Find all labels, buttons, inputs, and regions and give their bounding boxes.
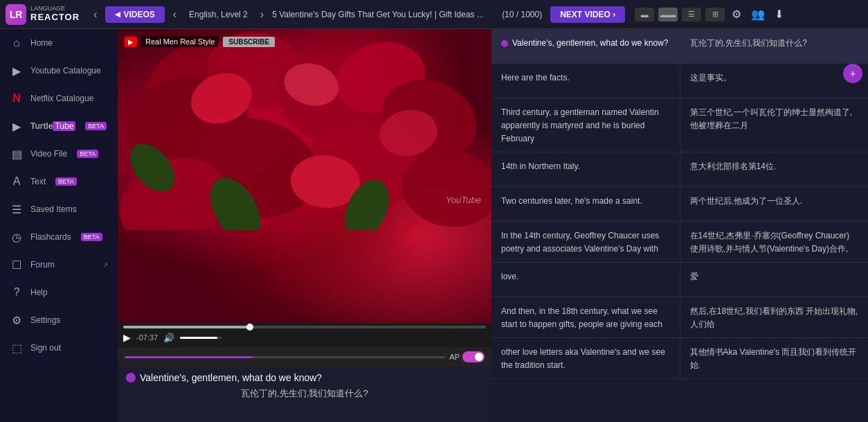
sidebar-item-turtletube[interactable]: ▶ TurtleTube BETA <box>0 112 118 140</box>
toggle-knob <box>475 353 483 361</box>
transcript-zh-text: 然后,在18世纪,我们看到的东西 开始出现礼物,人们给 <box>690 306 858 329</box>
sidebar-item-signout[interactable]: ⬚ Sign out <box>0 334 118 362</box>
transcript-zh-cell: 爱 <box>680 263 869 297</box>
settings-sidebar-icon: ⚙ <box>10 313 24 327</box>
transcript-zh-text: 意大利北部排名第14位. <box>690 161 777 171</box>
sidebar-item-flashcards[interactable]: ◷ Flashcards BETA <box>0 223 118 251</box>
community-icon[interactable]: 👥 <box>748 6 768 22</box>
sidebar-item-settings[interactable]: ⚙ Settings <box>0 306 118 334</box>
home-icon: ⌂ <box>10 36 24 50</box>
logo-reactor: REACTOR <box>30 12 80 22</box>
table-row[interactable]: And then, in the 18th century, what we s… <box>491 297 868 338</box>
view-grid-icon[interactable]: ⊞ <box>705 8 725 21</box>
saveditems-icon: ☰ <box>10 202 24 216</box>
transcript-zh-text: 瓦伦丁的,先生们,我们知道什么? <box>690 38 807 48</box>
prev-video-button[interactable]: ‹ <box>169 6 181 24</box>
sidebar-label-flashcards: Flashcards <box>30 232 71 242</box>
view-split-icon[interactable]: ▬▬ <box>658 8 678 21</box>
table-row[interactable]: Third century, a gentleman named Valenti… <box>491 98 868 152</box>
turtletube-icon: ▶ <box>10 119 24 133</box>
sidebar-label-help: Help <box>30 288 48 297</box>
sidebar-item-saveditems[interactable]: ☰ Saved Items <box>0 195 118 223</box>
sidebar-item-help[interactable]: ? Help <box>0 279 118 306</box>
sidebar-item-youtube[interactable]: ▶ Youtube Catalogue <box>0 57 118 85</box>
help-icon: ? <box>10 285 24 299</box>
transcript-zh-cell: 意大利北部排名第14位. <box>680 152 869 186</box>
next-level-button[interactable]: › <box>256 6 268 24</box>
videos-button[interactable]: VIDEOS <box>105 6 164 23</box>
back-button[interactable]: ‹ <box>89 6 101 24</box>
youtube-watermark: YouTube <box>446 195 481 205</box>
transcript-en-text: 14th in Northern Italy. <box>501 161 580 171</box>
next-video-button[interactable]: NEXT VIDEO › <box>550 6 625 23</box>
video-progress: (10 / 1000) <box>498 10 546 19</box>
transcript-en-cell: 14th in Northern Italy. <box>491 152 680 186</box>
transcript-en-text: And then, in the 18th century, what we s… <box>501 306 662 329</box>
subscribe-button[interactable]: SUBSCRIBE <box>223 37 275 47</box>
sidebar-item-videofile[interactable]: ▤ Video File BETA <box>0 140 118 168</box>
settings-icon[interactable]: ⚙ <box>729 6 744 22</box>
volume-bar[interactable] <box>180 337 221 339</box>
table-row[interactable]: In the 14th century, Geoffrey Chaucer us… <box>491 222 868 263</box>
ap-toggle-switch[interactable] <box>462 351 485 362</box>
video-container[interactable]: ▶ Real Men Real Style SUBSCRIBE YouTube <box>118 29 491 323</box>
subtitle-panel: Valentine's, gentlemen, what do we know?… <box>118 367 491 422</box>
transcript-zh-text: 爱 <box>690 272 698 281</box>
logo-text: Language REACTOR <box>30 6 80 22</box>
sidebar-item-text[interactable]: A Text BETA <box>0 168 118 195</box>
sidebar-label-turtletube: TurtleTube <box>30 121 75 131</box>
ap-label: AP <box>449 353 460 361</box>
view-single-icon[interactable]: ▬ <box>635 8 654 21</box>
table-row[interactable]: Two centuries later, he's made a saint.两… <box>491 187 868 222</box>
external-link-icon: ↗ <box>102 261 108 269</box>
secondary-progress-fill <box>125 356 253 358</box>
view-options: ▬ ▬▬ ☰ ⊞ <box>635 8 725 21</box>
transcript-en-text: love. <box>501 272 518 281</box>
table-row[interactable]: Here are the facts.这是事实。 <box>491 64 868 98</box>
transcript-en-text: Here are the facts. <box>501 73 570 82</box>
scroll-to-top-button[interactable]: + <box>843 64 862 83</box>
turtletube-beta-badge: BETA <box>85 122 107 130</box>
subtitle-selector-dot <box>126 373 136 383</box>
transcript-en-cell: Third century, a gentleman named Valenti… <box>491 98 680 152</box>
transcript-zh-cell: 然后,在18世纪,我们看到的东西 开始出现礼物,人们给 <box>680 297 869 337</box>
transcript-rows: Valentine's, gentlemen, what do we know?… <box>491 29 868 379</box>
sidebar-item-home[interactable]: ⌂ Home <box>0 29 118 57</box>
sidebar-label-settings: Settings <box>30 315 60 325</box>
transcript-zh-cell: 在14世纪,杰弗里·乔塞尔(Geoffrey Chaucer) 使用诗歌,并与情… <box>680 222 869 262</box>
secondary-progress-bar[interactable] <box>125 356 445 358</box>
ap-toggle: AP <box>449 351 485 362</box>
progress-bar[interactable] <box>123 326 486 328</box>
download-icon[interactable]: ⬇ <box>772 6 786 22</box>
transcript-en-text: other love letters aka Valentine's and w… <box>501 347 665 370</box>
video-background <box>118 29 491 323</box>
transcript-zh-cell: 这是事实。 <box>680 64 869 98</box>
flashcards-icon: ◷ <box>10 230 24 244</box>
channel-name: Real Men Real Style <box>141 36 219 47</box>
forum-icon: ☐ <box>10 258 24 272</box>
table-row[interactable]: other love letters aka Valentine's and w… <box>491 338 868 379</box>
transcript-zh-cell: 瓦伦丁的,先生们,我们知道什么? <box>680 29 869 63</box>
time-display: -07:37 <box>136 333 158 342</box>
view-list-icon[interactable]: ☰ <box>682 8 701 21</box>
flashcards-beta-badge: BETA <box>81 233 102 241</box>
transcript-en-cell: other love letters aka Valentine's and w… <box>491 338 680 378</box>
controls-row: ▶ -07:37 🔊 <box>123 331 486 344</box>
volume-icon[interactable]: 🔊 <box>163 333 174 343</box>
progress-fill <box>123 326 250 328</box>
video-panel: ▶ Real Men Real Style SUBSCRIBE YouTube … <box>118 29 491 422</box>
play-button[interactable]: ▶ <box>123 332 131 343</box>
table-row[interactable]: Valentine's, gentlemen, what do we know?… <box>491 29 868 64</box>
logo-icon: LR <box>6 4 26 25</box>
volume-fill <box>180 337 217 339</box>
sidebar-label-signout: Sign out <box>30 343 61 353</box>
sidebar-item-netflix[interactable]: N Netflix Catalogue <box>0 85 118 112</box>
signout-icon: ⬚ <box>10 341 24 355</box>
sidebar-label-home: Home <box>30 38 53 48</box>
video-title: 5 Valentine's Day Gifts That Get You Luc… <box>272 10 494 19</box>
transcript-en-cell: love. <box>491 263 680 297</box>
table-row[interactable]: love.爱 <box>491 263 868 297</box>
youtube-icon: ▶ <box>10 64 24 78</box>
table-row[interactable]: 14th in Northern Italy.意大利北部排名第14位. <box>491 152 868 187</box>
sidebar-item-forum[interactable]: ☐ Forum ↗ <box>0 251 118 279</box>
